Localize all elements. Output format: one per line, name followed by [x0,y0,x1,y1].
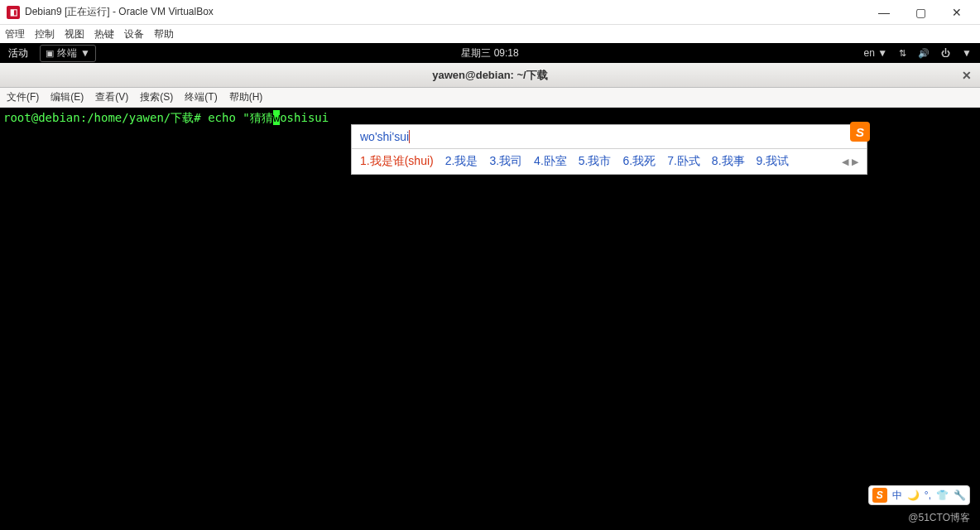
volume-icon[interactable]: 🔊 [918,48,930,59]
ime-candidate-7[interactable]: 7.卧式 [667,154,700,169]
ime-candidate-4[interactable]: 4.卧室 [534,154,567,169]
ime-input-text: wo'shi'sui [360,130,409,143]
vbox-menubar: 管理 控制 视图 热键 设备 帮助 [0,25,980,43]
gnome-topbar: 活动 ▣ 终端 ▼ 星期三 09:18 en ▼ ⇅ 🔊 ⏻ ▼ [0,43,980,63]
gnome-lang-indicator[interactable]: en ▼ [864,47,888,59]
sogou-toolbar[interactable]: S 中 🌙 °, 👕 🔧 [868,485,970,505]
power-icon[interactable]: ⏻ [941,48,950,58]
ime-candidate-3[interactable]: 3.我司 [489,154,522,169]
network-icon[interactable]: ⇅ [899,48,906,59]
terminal-title: yawen@debian: ~/下载 [432,68,547,83]
sogou-mode-cn[interactable]: 中 [892,489,902,503]
sogou-moon-icon[interactable]: 🌙 [907,489,920,501]
sogou-s-icon[interactable]: S [872,488,887,503]
sogou-punct-icon[interactable]: °, [925,489,931,501]
close-button[interactable]: ✕ [940,2,973,22]
term-menu-search[interactable]: 搜索(S) [140,90,173,104]
ime-candidate-1[interactable]: 1.我是谁(shui) [360,154,434,169]
ime-page-next[interactable]: ▶ [852,157,858,167]
terminal-cursor: w [273,110,280,125]
terminal-close-button[interactable]: ✕ [962,69,972,82]
ime-input-row: wo'shi'sui S [352,125,867,149]
vbox-menu-hotkeys[interactable]: 热键 [94,27,114,41]
gnome-activities[interactable]: 活动 [8,46,28,60]
ime-candidate-5[interactable]: 5.我市 [579,154,612,169]
sogou-logo-icon: S [850,122,870,142]
ime-page-prev[interactable]: ◀ [842,157,848,167]
terminal-icon: ▣ [46,48,54,59]
chevron-down-icon[interactable]: ▼ [962,47,972,59]
terminal-menubar: 文件(F) 编辑(E) 查看(V) 搜索(S) 终端(T) 帮助(H) [0,88,980,108]
sogou-settings-icon[interactable]: 🔧 [954,489,966,501]
terminal-titlebar: yawen@debian: ~/下载 ✕ [0,63,980,88]
term-menu-help[interactable]: 帮助(H) [229,90,263,104]
ime-pager: ◀ ▶ [842,157,858,167]
vbox-menu-devices[interactable]: 设备 [124,27,144,41]
vbox-titlebar: ◧ Debian9 [正在运行] - Oracle VM VirtualBox … [0,0,980,25]
gnome-app-name: 终端 [57,46,77,60]
chevron-down-icon: ▼ [80,47,90,59]
ime-candidate-9[interactable]: 9.我试 [757,154,790,169]
watermark: @51CTO博客 [908,511,970,525]
vbox-menu-view[interactable]: 视图 [65,27,84,41]
vbox-menu-manage[interactable]: 管理 [5,27,25,41]
vbox-window-controls: — ▢ ✕ [867,2,973,22]
vbox-window-title: Debian9 [正在运行] - Oracle VM VirtualBox [25,5,867,19]
ime-popup: wo'shi'sui S 1.我是谁(shui) 2.我是 3.我司 4.卧室 … [351,124,867,175]
term-menu-edit[interactable]: 编辑(E) [50,90,84,104]
vbox-menu-help[interactable]: 帮助 [154,27,174,41]
gnome-clock[interactable]: 星期三 09:18 [461,46,518,60]
sogou-skin-icon[interactable]: 👕 [936,489,949,501]
minimize-button[interactable]: — [867,2,901,22]
term-menu-file[interactable]: 文件(F) [7,90,39,104]
terminal-composition: oshisui [280,111,329,124]
ime-candidates: 1.我是谁(shui) 2.我是 3.我司 4.卧室 5.我市 6.我死 7.卧… [352,149,867,174]
ime-candidate-2[interactable]: 2.我是 [445,154,478,169]
vbox-app-icon: ◧ [7,6,20,19]
terminal-command: echo "猜猜 [208,111,273,124]
maximize-button[interactable]: ▢ [904,2,937,22]
ime-candidate-8[interactable]: 8.我事 [712,154,745,169]
term-menu-terminal[interactable]: 终端(T) [185,90,217,104]
vbox-menu-control[interactable]: 控制 [35,27,55,41]
terminal-prompt: root@debian:/home/yawen/下载# [3,111,201,124]
gnome-active-app[interactable]: ▣ 终端 ▼ [40,45,96,62]
term-menu-view[interactable]: 查看(V) [95,90,128,104]
ime-candidate-6[interactable]: 6.我死 [622,154,656,169]
